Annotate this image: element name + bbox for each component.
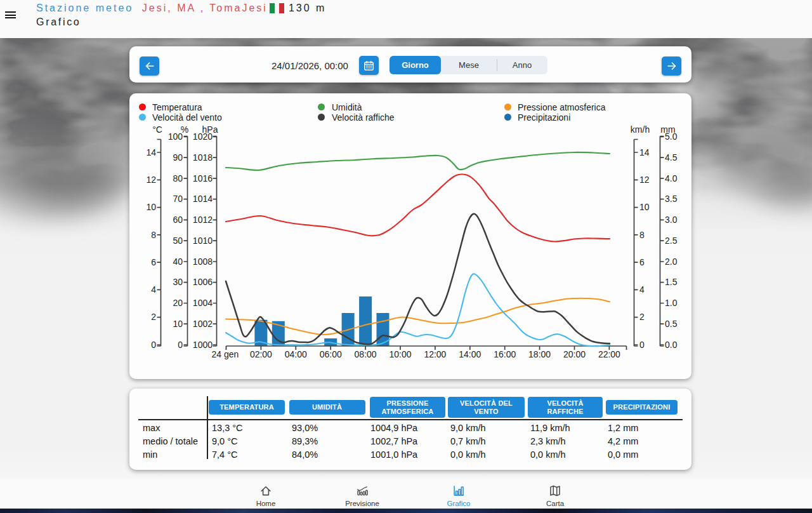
svg-text:14: 14 (639, 147, 650, 157)
svg-text:14: 14 (146, 147, 156, 157)
svg-text:16:00: 16:00 (494, 349, 516, 359)
svg-text:1004: 1004 (193, 298, 213, 308)
svg-text:1006: 1006 (193, 277, 213, 287)
svg-text:1.0: 1.0 (665, 298, 678, 308)
svg-text:0.0: 0.0 (665, 340, 678, 350)
svg-text:2.5: 2.5 (665, 236, 678, 246)
svg-text:0: 0 (178, 340, 183, 350)
svg-text:22:00: 22:00 (598, 349, 620, 359)
svg-text:2.0: 2.0 (665, 256, 678, 267)
svg-text:1008: 1008 (193, 256, 213, 267)
svg-text:08:00: 08:00 (355, 349, 377, 359)
svg-text:1012: 1012 (193, 215, 213, 225)
svg-text:02:00: 02:00 (250, 349, 272, 359)
svg-text:20: 20 (173, 298, 183, 308)
svg-text:12: 12 (639, 175, 650, 185)
svg-text:10:00: 10:00 (389, 349, 411, 359)
svg-text:°C: °C (152, 124, 162, 135)
svg-text:1000: 1000 (193, 340, 213, 350)
svg-text:0: 0 (151, 340, 156, 350)
svg-text:km/h: km/h (631, 124, 650, 135)
svg-text:8: 8 (151, 230, 156, 240)
svg-text:3.5: 3.5 (665, 194, 678, 204)
svg-text:mm: mm (660, 124, 675, 135)
svg-text:06:00: 06:00 (320, 349, 342, 359)
svg-text:3.0: 3.0 (665, 215, 678, 225)
svg-text:30: 30 (173, 277, 183, 287)
svg-text:10: 10 (146, 202, 156, 212)
svg-text:04:00: 04:00 (285, 349, 307, 359)
svg-text:18:00: 18:00 (528, 349, 551, 359)
svg-text:4: 4 (151, 284, 156, 295)
svg-text:1.5: 1.5 (665, 277, 678, 287)
svg-text:12:00: 12:00 (424, 349, 446, 359)
svg-text:1018: 1018 (193, 152, 213, 163)
svg-text:40: 40 (173, 256, 183, 267)
svg-text:4.5: 4.5 (665, 152, 678, 163)
svg-text:80: 80 (173, 173, 183, 183)
svg-text:60: 60 (173, 215, 183, 225)
svg-text:1014: 1014 (193, 194, 213, 204)
svg-text:4.0: 4.0 (665, 173, 678, 183)
svg-text:1016: 1016 (193, 173, 213, 183)
svg-text:0.5: 0.5 (665, 319, 678, 329)
svg-text:20:00: 20:00 (563, 349, 586, 359)
svg-text:6: 6 (639, 257, 645, 267)
svg-text:90: 90 (173, 152, 183, 163)
svg-text:1002: 1002 (193, 319, 213, 329)
svg-text:1010: 1010 (193, 236, 213, 246)
svg-text:10: 10 (173, 319, 183, 329)
svg-text:70: 70 (173, 194, 183, 204)
svg-text:24 gen: 24 gen (212, 349, 239, 359)
svg-text:10: 10 (639, 202, 650, 212)
svg-text:2: 2 (639, 312, 645, 322)
svg-text:12: 12 (146, 175, 156, 185)
svg-text:0: 0 (639, 340, 645, 350)
svg-text:%: % (181, 124, 188, 135)
svg-text:2: 2 (151, 312, 156, 322)
svg-text:50: 50 (173, 236, 183, 246)
svg-text:hPa: hPa (202, 124, 218, 135)
svg-text:8: 8 (639, 230, 645, 240)
svg-text:4: 4 (639, 284, 645, 295)
svg-text:6: 6 (151, 257, 156, 267)
svg-text:14:00: 14:00 (459, 349, 481, 359)
